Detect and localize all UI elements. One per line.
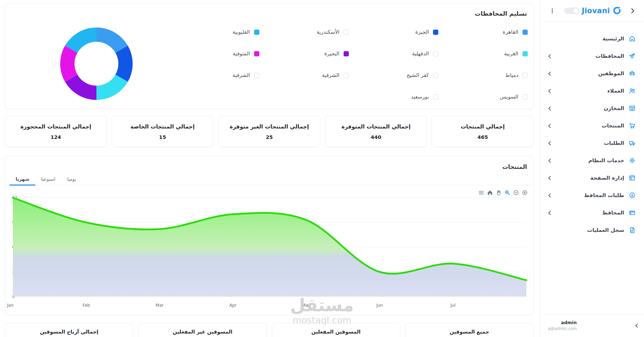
x-tick-label: Jun — [376, 303, 383, 308]
tab-1[interactable]: اسبوعيا — [35, 177, 61, 185]
zoom-out-icon[interactable] — [513, 190, 519, 196]
sidebar-item-5[interactable]: المنتجات — [540, 117, 644, 134]
governorate-checkbox-item-4[interactable]: الغربية — [438, 43, 528, 64]
governorate-label: القليوبية — [233, 29, 250, 35]
checkbox[interactable] — [433, 94, 438, 100]
layout-icon — [629, 174, 636, 181]
truck-icon — [629, 140, 636, 147]
theme-toggle[interactable] — [564, 8, 579, 14]
checkbox[interactable] — [344, 30, 349, 35]
marketer-card-0: جميع المسوقين — [405, 323, 534, 337]
governorate-label: المنوفية — [233, 50, 250, 57]
chevron-left-icon — [548, 193, 551, 198]
sidebar-item-6[interactable]: الطلبات — [540, 134, 644, 152]
user-menu-chevron-icon[interactable] — [635, 323, 638, 328]
sidebar-item-4[interactable]: المخازن — [540, 100, 644, 117]
governorate-label: بورسعيد — [411, 94, 429, 100]
sidebar-item-7[interactable]: خدمات النظام — [540, 152, 644, 169]
products-area-chart[interactable]: 129630JanFebMarAprMayJunJulAug — [5, 189, 534, 314]
donut-segment-5 — [71, 35, 96, 49]
coin-icon — [629, 192, 636, 199]
governorate-checkbox-item-13[interactable]: بورسعيد — [349, 86, 438, 108]
x-tick-label: Feb — [83, 303, 90, 308]
governorate-label: الأسكندرية — [317, 29, 339, 35]
chevron-left-icon — [548, 106, 551, 111]
tab-2[interactable]: يوميا — [61, 177, 82, 185]
chevron-left-icon — [548, 124, 551, 128]
sidebar-item-label: طلبات المحافظ — [584, 192, 624, 198]
donut-segment-3 — [71, 78, 96, 93]
chevron-left-icon — [548, 158, 551, 163]
sidebar-item-8[interactable]: إدارة الصفحة — [540, 169, 644, 187]
sidebar-item-11[interactable]: سجل العمليات — [540, 221, 644, 239]
governorate-label: الدقهلية — [412, 50, 429, 57]
governorate-checkbox-item-8[interactable]: دمياط — [438, 64, 528, 86]
sidebar-item-10[interactable]: المحافظ — [540, 204, 644, 221]
user-info[interactable]: admin a@admin.com — [548, 320, 577, 331]
governorate-checkbox-item-3[interactable]: القليوبية — [170, 21, 259, 43]
checkbox[interactable] — [523, 51, 528, 56]
sidebar-header: Jiovani — [540, 0, 644, 22]
chevron-right-icon — [631, 8, 635, 14]
governorate-checkbox-item-9[interactable]: كفر الشيخ — [349, 64, 438, 86]
sidebar-item-0[interactable]: الرئيسية — [540, 30, 644, 47]
home-reset-icon[interactable] — [487, 190, 493, 196]
chevron-left-icon — [548, 54, 551, 58]
governorate-checkbox-item-5[interactable]: الدقهلية — [349, 43, 438, 64]
checkbox[interactable] — [344, 51, 349, 56]
checkbox[interactable] — [433, 73, 438, 78]
sidebar-item-3[interactable]: العملاء — [540, 82, 644, 100]
governorate-label: الجيزة — [415, 29, 429, 35]
sidebar-item-label: إدارة الصفحة — [590, 175, 624, 181]
zoom-in-icon[interactable] — [522, 190, 528, 196]
sidebar-item-label: الطلبات — [604, 140, 624, 146]
sidebar-item-2[interactable]: الموظفين — [540, 65, 644, 82]
sidebar-item-label: الرئيسية — [603, 36, 624, 42]
governorates-card: تسليم المحافظات القاهرةالجيزةالأسكندريةا… — [5, 3, 534, 109]
checkbox[interactable] — [254, 30, 259, 35]
kebab-menu-icon[interactable] — [550, 7, 554, 15]
sidebar-item-1[interactable]: المحافظات — [540, 47, 644, 65]
users-icon — [629, 87, 636, 94]
governorate-checkbox-item-11[interactable]: الشرقية — [170, 64, 259, 86]
governorate-checkbox-item-2[interactable]: الأسكندرية — [259, 21, 349, 43]
pan-icon[interactable] — [496, 190, 502, 196]
governorate-checkbox-item-12[interactable]: السويس — [438, 86, 528, 108]
governorate-checkbox-item-6[interactable]: البحيرة — [259, 43, 349, 64]
zoom-select-icon[interactable] — [504, 190, 510, 196]
chevron-left-icon — [548, 176, 551, 180]
sidebar-item-label: خدمات النظام — [588, 157, 624, 164]
cart-icon — [629, 122, 636, 129]
checkbox[interactable] — [433, 30, 438, 35]
sidebar-item-label: المحافظ — [602, 210, 624, 216]
products-card-title: المنتجات — [502, 164, 527, 170]
checkbox[interactable] — [523, 73, 528, 78]
checkbox[interactable] — [433, 51, 438, 56]
governorate-label: الشرقية — [233, 72, 250, 78]
governorate-checkbox-item-0[interactable]: القاهرة — [438, 21, 528, 43]
sidebar-item-label: المخازن — [604, 105, 624, 111]
checkbox[interactable] — [254, 51, 259, 56]
governorate-checkbox-item-7[interactable]: المنوفية — [170, 43, 259, 64]
governorate-label: الشرقية — [322, 72, 339, 78]
chart-period-tabs: شهريااسبوعيايوميا — [5, 176, 533, 185]
governorate-checkbox-item-10[interactable]: الشرقية — [259, 64, 349, 86]
tab-0[interactable]: شهريا — [10, 177, 35, 185]
marketer-card-3: إجمالي أرباح المسوقين — [5, 323, 133, 337]
checkbox[interactable] — [254, 73, 259, 78]
team-icon — [629, 70, 636, 77]
governorates-donut-chart — [60, 27, 133, 101]
chevron-left-icon — [548, 89, 551, 93]
brand-logo[interactable]: Jiovani — [582, 6, 622, 16]
sidebar-item-9[interactable]: طلبات المحافظ — [540, 187, 644, 204]
checkbox[interactable] — [523, 94, 528, 100]
governorate-label: القاهرة — [503, 29, 518, 35]
chevron-left-icon — [548, 141, 551, 146]
chevron-left-icon — [548, 71, 551, 76]
checkbox[interactable] — [523, 30, 528, 35]
menu-icon[interactable] — [478, 190, 484, 196]
checkbox[interactable] — [344, 73, 349, 78]
sidebar-collapse-button[interactable] — [630, 8, 635, 14]
stat-card-3: إجمالي المنتجات الخاصة 15 — [112, 116, 214, 147]
governorate-checkbox-item-1[interactable]: الجيزة — [349, 21, 438, 43]
